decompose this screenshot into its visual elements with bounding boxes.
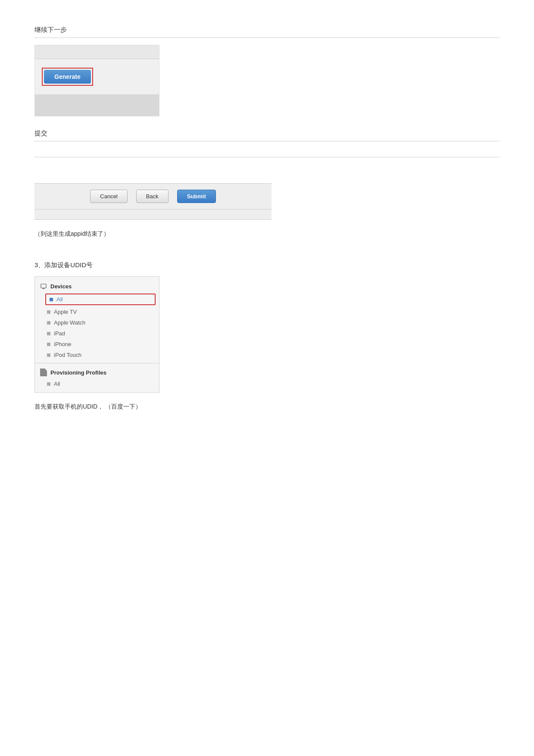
divider-2 <box>34 141 500 141</box>
provisioning-all-bullet <box>47 382 50 386</box>
provisioning-icon <box>40 369 47 376</box>
generate-button[interactable]: Generate <box>44 70 91 84</box>
ipod-label: iPod Touch <box>54 352 81 358</box>
sidebar-divider <box>35 363 159 363</box>
iphone-bullet <box>47 343 50 346</box>
sidebar-item-ipad[interactable]: iPad <box>35 328 159 339</box>
note-appid-done: （到这里生成appid结束了） <box>34 230 500 238</box>
ipod-bullet <box>47 353 50 357</box>
action-bar: Cancel Back Submit <box>34 183 272 209</box>
generate-header <box>35 45 159 59</box>
divider-1 <box>34 37 500 38</box>
provisioning-all-item[interactable]: All <box>35 379 159 389</box>
sidebar-item-apple-watch[interactable]: Apple Watch <box>35 317 159 328</box>
devices-section-header: Devices <box>35 280 159 292</box>
provisioning-header-label: Provisioning Profiles <box>50 369 106 376</box>
all-label: All <box>56 296 62 303</box>
apple-tv-bullet <box>47 310 50 314</box>
sidebar-item-iphone[interactable]: iPhone <box>35 339 159 350</box>
sidebar-item-apple-tv[interactable]: Apple TV <box>35 306 159 317</box>
sidebar-item-ipod-touch[interactable]: iPod Touch <box>35 350 159 360</box>
section-submit: 提交 <box>34 129 500 157</box>
provisioning-all-label: All <box>54 381 60 387</box>
generate-button-wrapper: Generate <box>42 68 93 86</box>
all-item-wrapper: All <box>35 292 159 306</box>
generate-area: Generate <box>34 45 159 116</box>
svg-rect-0 <box>41 284 46 288</box>
section-continue: 继续下一步 <box>34 26 500 38</box>
bottom-note: 首先要获取手机的UDID， （百度一下） <box>34 403 500 411</box>
ipad-bullet <box>47 332 50 335</box>
devices-icon <box>40 283 47 290</box>
apple-watch-label: Apple Watch <box>54 319 85 326</box>
devices-sidebar: Devices All Apple TV Apple Watch iPad iP… <box>34 276 159 393</box>
generate-body: Generate <box>35 59 159 94</box>
apple-tv-label: Apple TV <box>54 309 77 315</box>
continue-label: 继续下一步 <box>34 26 500 34</box>
iphone-label: iPhone <box>54 341 71 347</box>
apple-watch-bullet <box>47 321 50 325</box>
provisioning-section-header: Provisioning Profiles <box>35 366 159 379</box>
back-button[interactable]: Back <box>136 190 169 203</box>
devices-header-label: Devices <box>50 283 72 290</box>
cancel-button[interactable]: Cancel <box>90 190 127 203</box>
all-item[interactable]: All <box>45 294 156 305</box>
submit-label: 提交 <box>34 129 500 137</box>
step3-title: 3、添加设备UDID号 <box>34 261 500 269</box>
generate-footer <box>35 94 159 116</box>
all-bullet <box>50 298 53 301</box>
divider-3 <box>34 157 500 157</box>
ipad-label: iPad <box>54 330 65 337</box>
submit-button[interactable]: Submit <box>177 190 216 203</box>
svg-rect-1 <box>42 288 45 289</box>
